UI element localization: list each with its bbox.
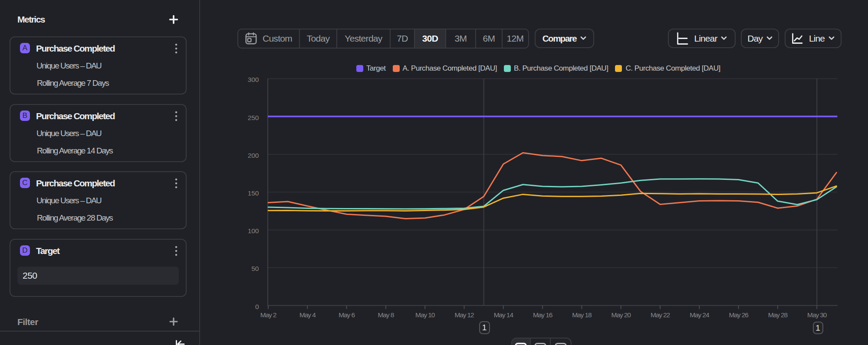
svg-text:May 16: May 16: [533, 311, 552, 319]
svg-text:May 24: May 24: [690, 311, 710, 319]
svg-text:0: 0: [255, 303, 259, 310]
svg-text:100: 100: [248, 227, 259, 234]
svg-text:May 14: May 14: [494, 311, 514, 319]
svg-text:May 18: May 18: [572, 311, 592, 319]
svg-text:May 10: May 10: [415, 311, 435, 319]
svg-text:50: 50: [251, 265, 259, 272]
svg-text:May 28: May 28: [768, 311, 788, 319]
svg-text:May 2: May 2: [260, 311, 276, 319]
svg-text:May 22: May 22: [651, 311, 670, 319]
svg-text:150: 150: [248, 189, 259, 197]
svg-text:May 26: May 26: [729, 311, 748, 319]
svg-text:May 4: May 4: [299, 311, 316, 319]
svg-text:250: 250: [248, 114, 259, 121]
svg-text:May 12: May 12: [454, 311, 474, 319]
svg-text:300: 300: [248, 76, 259, 83]
svg-text:May 20: May 20: [612, 311, 631, 319]
svg-text:200: 200: [248, 152, 259, 159]
svg-text:May 8: May 8: [378, 311, 394, 319]
svg-text:May 6: May 6: [339, 311, 355, 319]
svg-text:May 30: May 30: [807, 311, 827, 319]
